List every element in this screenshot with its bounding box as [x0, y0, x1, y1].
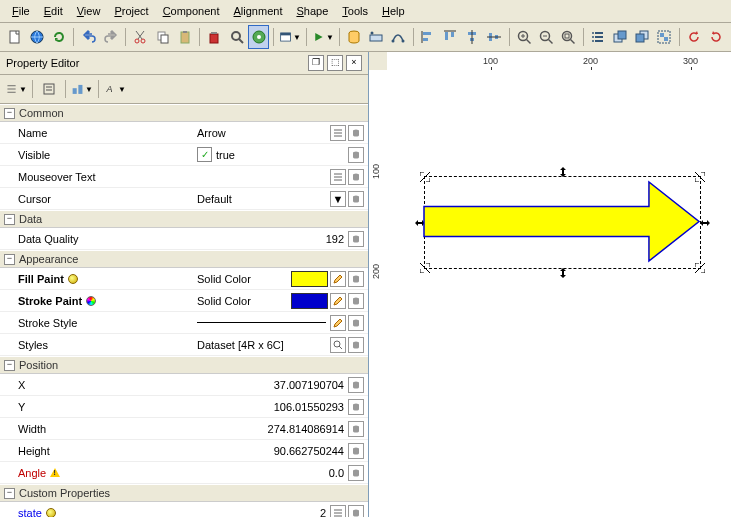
bind-icon[interactable] — [348, 315, 364, 331]
menu-shape[interactable]: Shape — [290, 2, 334, 20]
group-toggle-icon[interactable]: − — [4, 108, 15, 119]
category-view-button[interactable]: ▼ — [4, 77, 28, 101]
run-button[interactable]: ▼ — [311, 25, 335, 49]
group-button[interactable] — [654, 25, 675, 49]
prop-angle[interactable]: Angle0.0 — [0, 462, 368, 484]
db-button[interactable] — [344, 25, 365, 49]
prop-name[interactable]: Name Arrow — [0, 122, 368, 144]
align-left-button[interactable] — [418, 25, 439, 49]
order-front-button[interactable] — [610, 25, 631, 49]
rotate-ccw-button[interactable] — [684, 25, 705, 49]
design-surface[interactable]: 100 200 300 100 200 — [369, 52, 731, 517]
bind-icon[interactable] — [348, 465, 364, 481]
bind-icon[interactable] — [348, 443, 364, 459]
bind-icon[interactable] — [348, 125, 364, 141]
pencil-icon[interactable] — [330, 271, 346, 287]
bind-icon[interactable] — [348, 399, 364, 415]
prop-data-quality[interactable]: Data Quality 192 — [0, 228, 368, 250]
refresh-button[interactable] — [48, 25, 69, 49]
menu-view[interactable]: View — [71, 2, 107, 20]
globe-button[interactable] — [26, 25, 47, 49]
paste-button[interactable] — [174, 25, 195, 49]
prop-x[interactable]: X37.007190704 — [0, 374, 368, 396]
group-toggle-icon[interactable]: − — [4, 360, 15, 371]
prop-fill-paint[interactable]: Fill Paint Solid Color — [0, 268, 368, 290]
menu-tools[interactable]: Tools — [336, 2, 374, 20]
zoom-fit-button[interactable] — [558, 25, 579, 49]
edit-icon[interactable] — [330, 505, 346, 518]
bind-icon[interactable] — [348, 231, 364, 247]
prop-width[interactable]: Width274.814086914 — [0, 418, 368, 440]
bind-icon[interactable] — [348, 505, 364, 518]
menu-help[interactable]: Help — [376, 2, 411, 20]
edit-path-button[interactable] — [388, 25, 409, 49]
dropdown-icon[interactable]: ▼ — [330, 191, 346, 207]
copy-button[interactable] — [152, 25, 173, 49]
cut-button[interactable] — [130, 25, 151, 49]
menu-alignment[interactable]: Alignment — [228, 2, 289, 20]
zoom-in-button[interactable] — [514, 25, 535, 49]
prop-cursor[interactable]: Cursor Default ▼ — [0, 188, 368, 210]
align-center-v-button[interactable] — [484, 25, 505, 49]
prop-stroke-paint[interactable]: Stroke Paint Solid Color — [0, 290, 368, 312]
bind-icon[interactable] — [348, 191, 364, 207]
group-toggle-icon[interactable]: − — [4, 488, 15, 499]
edit-icon[interactable] — [330, 169, 346, 185]
edit-shape-button[interactable] — [366, 25, 387, 49]
snap-button[interactable] — [248, 25, 269, 49]
pencil-icon[interactable] — [330, 293, 346, 309]
edit-icon[interactable] — [330, 125, 346, 141]
menu-component[interactable]: Component — [157, 2, 226, 20]
bind-icon[interactable] — [348, 293, 364, 309]
bind-icon[interactable] — [348, 147, 364, 163]
bind-icon[interactable] — [348, 421, 364, 437]
handle-e[interactable] — [700, 218, 710, 228]
panel-pin-button[interactable]: ⬚ — [327, 55, 343, 71]
prop-height[interactable]: Height90.662750244 — [0, 440, 368, 462]
panel-restore-button[interactable]: ❐ — [308, 55, 324, 71]
canvas[interactable] — [387, 70, 731, 517]
prop-state[interactable]: state2 — [0, 502, 368, 517]
align-center-h-button[interactable] — [462, 25, 483, 49]
panel-close-button[interactable]: × — [346, 55, 362, 71]
menu-file[interactable]: File — [6, 2, 36, 20]
redo-button[interactable] — [100, 25, 121, 49]
align-top-button[interactable] — [440, 25, 461, 49]
bind-icon[interactable] — [348, 271, 364, 287]
order-back-button[interactable] — [632, 25, 653, 49]
group-toggle-icon[interactable]: − — [4, 214, 15, 225]
bind-icon[interactable] — [348, 337, 364, 353]
handle-s[interactable] — [558, 268, 568, 278]
list-button[interactable] — [588, 25, 609, 49]
color-swatch[interactable] — [291, 293, 328, 309]
delete-button[interactable] — [204, 25, 225, 49]
rotate-cw-button[interactable] — [706, 25, 727, 49]
group-common[interactable]: −Common — [0, 104, 368, 122]
undo-button[interactable] — [78, 25, 99, 49]
menu-project[interactable]: Project — [108, 2, 154, 20]
prop-styles[interactable]: Styles Dataset [4R x 6C] — [0, 334, 368, 356]
prop-visible[interactable]: Visible true — [0, 144, 368, 166]
prop-y[interactable]: Y106.01550293 — [0, 396, 368, 418]
find-button[interactable] — [226, 25, 247, 49]
checkbox-checked-icon[interactable] — [197, 147, 212, 162]
prop-mouseover-text[interactable]: Mouseover Text — [0, 166, 368, 188]
group-position[interactable]: −Position — [0, 356, 368, 374]
arrow-shape[interactable] — [424, 176, 699, 267]
menu-edit[interactable]: Edit — [38, 2, 69, 20]
geometry-button[interactable]: ▼ — [70, 77, 94, 101]
bind-icon[interactable] — [348, 169, 364, 185]
color-swatch[interactable] — [291, 271, 328, 287]
group-data[interactable]: −Data — [0, 210, 368, 228]
text-style-button[interactable]: A▼ — [103, 77, 127, 101]
property-list[interactable]: −Common Name Arrow Visible true Mouseove… — [0, 103, 368, 517]
zoom-out-button[interactable] — [536, 25, 557, 49]
new-button[interactable] — [4, 25, 25, 49]
window-button[interactable]: ▼ — [278, 25, 302, 49]
prop-stroke-style[interactable]: Stroke Style — [0, 312, 368, 334]
group-toggle-icon[interactable]: − — [4, 254, 15, 265]
expand-all-button[interactable] — [37, 77, 61, 101]
pencil-icon[interactable] — [330, 315, 346, 331]
group-custom[interactable]: −Custom Properties — [0, 484, 368, 502]
group-appearance[interactable]: −Appearance — [0, 250, 368, 268]
